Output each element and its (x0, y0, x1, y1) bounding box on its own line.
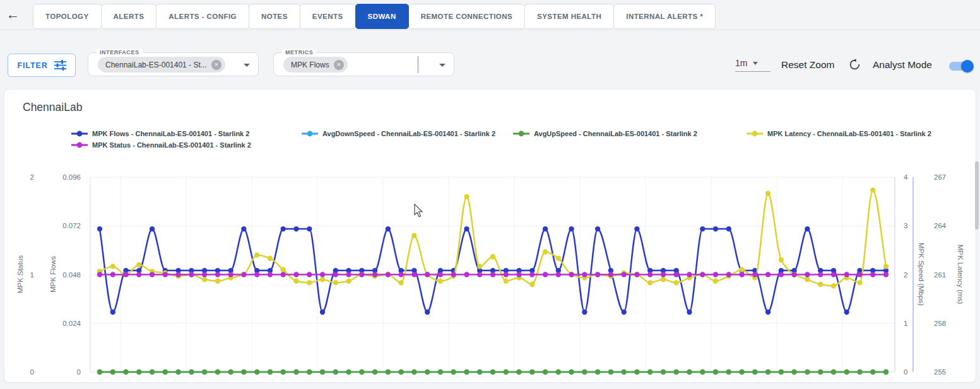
tab-bar: TOPOLOGYALERTSALERTS - CONFIGNOTESEVENTS… (33, 4, 716, 29)
legend-marker-icon (302, 131, 318, 137)
tab-notes[interactable]: NOTES (249, 4, 300, 29)
reset-zoom-button[interactable]: Reset Zoom (781, 59, 834, 71)
toggle-knob (961, 60, 974, 73)
legend-label: MPK Flows - ChennaiLab-ES-001401 - Starl… (92, 130, 249, 137)
legend-marker-icon (71, 142, 88, 148)
vertical-scrollbar[interactable] (975, 161, 979, 229)
metrics-chip-label: MPK Flows (291, 61, 329, 69)
interfaces-dropdown-arrow-icon[interactable] (244, 64, 250, 67)
metrics-dropdown-arrow-icon[interactable] (439, 64, 446, 67)
legend-item-avgdownspeed[interactable]: AvgDownSpeed - ChennaiLab-ES-001401 - St… (302, 130, 495, 137)
filter-button-label: FILTER (17, 61, 47, 70)
text-caret (417, 56, 419, 73)
interfaces-chip-label: ChennaiLab-ES-001401 - St... (105, 61, 207, 69)
interfaces-chip-remove-icon[interactable]: × (211, 60, 221, 70)
metrics-label: METRICS (282, 49, 316, 55)
legend-item-avgupspeed[interactable]: AvgUpSpeed - ChennaiLab-ES-001401 - Star… (513, 130, 697, 137)
legend-marker-icon (747, 131, 763, 137)
legend-item-mpk-flows[interactable]: MPK Flows - ChennaiLab-ES-001401 - Starl… (71, 130, 249, 137)
legend-label: AvgUpSpeed - ChennaiLab-ES-001401 - Star… (534, 130, 697, 137)
legend-item-mpk-latency[interactable]: MPK Latency - ChennaiLab-ES-001401 - Sta… (747, 130, 931, 137)
chart-title: ChennaiLab (23, 101, 82, 114)
tab-events[interactable]: EVENTS (300, 4, 356, 29)
tab-remote-connections[interactable]: REMOTE CONNECTIONS (408, 4, 525, 29)
metrics-chip-remove-icon[interactable]: × (334, 60, 344, 70)
legend-item-mpk-status[interactable]: MPK Status - ChennaiLab-ES-001401 - Star… (71, 141, 251, 149)
tab-sdwan[interactable]: SDWAN (355, 4, 409, 29)
filter-button[interactable]: FILTER (8, 54, 76, 77)
interfaces-chip[interactable]: ChennaiLab-ES-001401 - St... × (98, 57, 225, 73)
tab-topology[interactable]: TOPOLOGY (33, 4, 102, 29)
tune-icon (54, 60, 66, 71)
header-divider (0, 30, 980, 30)
time-range-value: 1m (735, 58, 747, 68)
legend-label: MPK Status - ChennaiLab-ES-001401 - Star… (92, 141, 251, 149)
back-arrow-icon[interactable]: ← (6, 8, 20, 21)
time-range-select[interactable]: 1m (735, 55, 770, 72)
legend-label: MPK Latency - ChennaiLab-ES-001401 - Sta… (767, 130, 931, 137)
time-range-caret-icon (753, 62, 758, 65)
interfaces-label: INTERFACES (97, 49, 143, 55)
metrics-select[interactable]: METRICS MPK Flows × (273, 52, 454, 76)
analyst-mode-label: Analyst Mode (873, 59, 932, 71)
legend-marker-icon (513, 131, 529, 137)
tab-internal-alerts[interactable]: INTERNAL ALERTS * (613, 4, 716, 29)
reset-zoom-icon[interactable] (848, 58, 861, 74)
legend-marker-icon (71, 131, 88, 137)
metrics-chip[interactable]: MPK Flows × (283, 57, 348, 73)
tab-system-health[interactable]: SYSTEM HEALTH (524, 4, 614, 29)
legend-label: AvgDownSpeed - ChennaiLab-ES-001401 - St… (322, 130, 495, 137)
mouse-cursor (414, 204, 423, 218)
interfaces-select[interactable]: INTERFACES ChennaiLab-ES-001401 - St... … (88, 52, 259, 76)
analyst-mode-toggle[interactable] (949, 62, 972, 71)
tab-alerts-config[interactable]: ALERTS - CONFIG (156, 4, 249, 29)
tab-alerts[interactable]: ALERTS (101, 4, 157, 29)
